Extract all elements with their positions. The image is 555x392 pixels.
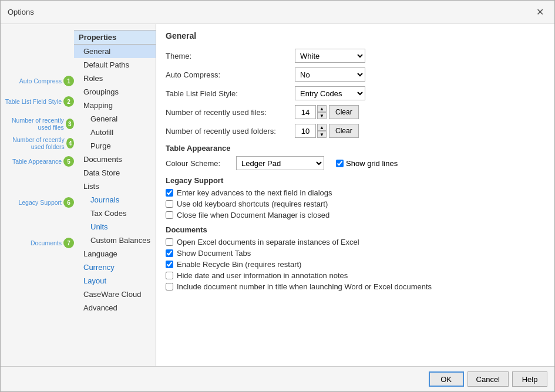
left-panel: Auto Compress 1 Table List Field Style 2… [1, 24, 156, 366]
options-dialog: Options ✕ Auto Compress 1 Table List Fie… [0, 0, 555, 392]
recently-files-spin-down[interactable]: ▼ [317, 112, 327, 119]
nav-item-mapping-general[interactable]: General [74, 112, 156, 126]
recently-files-spin-buttons: ▲ ▼ [317, 105, 327, 119]
nav-item-journals[interactable]: Journals [74, 193, 156, 207]
annotation-label-3: Number of recently used files [1, 117, 64, 131]
cancel-button[interactable]: Cancel [467, 371, 509, 387]
doc-checkbox-4[interactable] [166, 283, 173, 290]
recently-folders-input[interactable] [295, 124, 316, 138]
right-panel: General Theme: White Dark Auto Compress:… [156, 24, 554, 366]
doc-checkbox-1[interactable] [166, 249, 173, 257]
recently-folders-spin-up[interactable]: ▲ [317, 124, 327, 131]
doc-checkbox-2[interactable] [166, 261, 173, 268]
recently-folders-spin-buttons: ▲ ▼ [317, 124, 327, 138]
annotation-label-1: Auto Compress [19, 77, 62, 85]
legacy-item-1: Use old keyboard shortcuts (requires res… [166, 200, 545, 208]
nav-item-mapping[interactable]: Mapping [74, 99, 156, 112]
dialog-footer: OK Cancel Help [1, 366, 554, 391]
table-list-row: Table List Field Style: Entry Codes Name… [166, 86, 545, 100]
colour-scheme-label: Colour Scheme: [166, 159, 230, 168]
annotation-badge-2: 2 [63, 96, 74, 107]
auto-compress-control: No Yes [295, 67, 545, 82]
doc-label-1: Show Document Tabs [177, 249, 251, 258]
recently-folders-clear-button[interactable]: Clear [329, 124, 359, 138]
table-list-control: Entry Codes Names Both [295, 86, 545, 100]
dialog-body: Auto Compress 1 Table List Field Style 2… [1, 24, 554, 366]
legacy-label-1: Use old keyboard shortcuts (requires res… [177, 200, 328, 208]
nav-item-tax-codes[interactable]: Tax Codes [74, 207, 156, 220]
dialog-title: Options [8, 8, 34, 16]
nav-item-currency[interactable]: Currency [74, 261, 156, 274]
doc-checkbox-3[interactable] [166, 272, 173, 279]
doc-item-4: Include document number in title when la… [166, 282, 545, 291]
recently-folders-spinner: ▲ ▼ [295, 124, 327, 138]
nav-item-default-paths[interactable]: Default Paths [74, 58, 156, 72]
show-grid-lines-checkbox[interactable] [336, 160, 344, 167]
legacy-checkbox-0[interactable] [166, 189, 173, 197]
legacy-item-0: Enter key advances to the next field in … [166, 188, 545, 197]
show-grid-lines-text: Show grid lines [346, 159, 398, 168]
recently-files-clear-button[interactable]: Clear [329, 105, 359, 119]
doc-label-3: Hide date and user information in annota… [177, 271, 348, 280]
nav-item-lists[interactable]: Lists [74, 180, 156, 193]
nav-item-data-store[interactable]: Data Store [74, 166, 156, 180]
title-bar: Options ✕ [1, 1, 554, 24]
theme-control: White Dark [295, 49, 545, 63]
nav-item-units[interactable]: Units [74, 220, 156, 234]
show-grid-lines-label: Show grid lines [336, 159, 398, 168]
recently-files-label: Number of recently used files: [166, 108, 295, 117]
nav-item-autofill[interactable]: Autofill [74, 126, 156, 139]
nav-item-documents[interactable]: Documents [74, 153, 156, 166]
nav-item-groupings[interactable]: Groupings [74, 85, 156, 99]
close-button[interactable]: ✕ [533, 5, 547, 19]
table-list-label: Table List Field Style: [166, 89, 295, 98]
table-appearance-header: Table Appearance [166, 144, 545, 153]
recently-files-control: ▲ ▼ Clear [295, 105, 545, 119]
recently-files-input[interactable] [295, 105, 316, 119]
legacy-checkbox-1[interactable] [166, 200, 173, 208]
recently-folders-spin-down[interactable]: ▼ [317, 131, 327, 138]
recently-files-spin-up[interactable]: ▲ [317, 105, 327, 112]
nav-item-caseware-cloud[interactable]: CaseWare Cloud [74, 288, 156, 301]
annotation-label-7: Documents [31, 239, 62, 246]
auto-compress-row: Auto Compress: No Yes [166, 67, 545, 82]
doc-label-2: Enable Recycle Bin (requires restart) [177, 260, 301, 269]
legacy-support-header: Legacy Support [166, 176, 545, 185]
recently-folders-control: ▲ ▼ Clear [295, 124, 545, 138]
annotation-label-5: Table Appearance [12, 158, 62, 165]
nav-item-general[interactable]: General [74, 45, 156, 58]
doc-label-0: Open Excel documents in separate instanc… [177, 238, 359, 246]
right-panel-title: General [166, 31, 545, 40]
doc-checkbox-0[interactable] [166, 238, 173, 246]
table-list-select[interactable]: Entry Codes Names Both [295, 86, 365, 100]
recently-folders-label: Number of recently used folders: [166, 127, 295, 136]
doc-item-3: Hide date and user information in annota… [166, 271, 545, 280]
recently-folders-row: Number of recently used folders: ▲ ▼ Cle… [166, 124, 545, 138]
nav-item-custom-balances[interactable]: Custom Balances [74, 234, 156, 247]
legacy-checkbox-2[interactable] [166, 211, 173, 219]
nav-tree: Properties General Default Paths Roles G… [74, 24, 156, 366]
legacy-label-2: Close file when Document Manager is clos… [177, 211, 329, 219]
annotation-badge-1: 1 [63, 76, 74, 86]
colour-scheme-select[interactable]: Ledger Pad Classic Modern [236, 156, 324, 170]
annotation-badge-7: 7 [63, 238, 74, 248]
annotation-badge-3: 3 [66, 119, 74, 129]
nav-item-layout[interactable]: Layout [74, 274, 156, 288]
annotation-label-2: Table List Field Style [5, 98, 62, 105]
annotation-label-4: Number of recently used folders [1, 136, 65, 150]
recently-files-row: Number of recently used files: ▲ ▼ Clear [166, 105, 545, 119]
ok-button[interactable]: OK [429, 371, 464, 387]
help-button[interactable]: Help [512, 371, 547, 387]
annotation-badge-4: 4 [66, 138, 74, 148]
nav-item-language[interactable]: Language [74, 247, 156, 261]
nav-item-advanced[interactable]: Advanced [74, 301, 156, 315]
annotation-badge-5: 5 [63, 156, 74, 167]
auto-compress-select[interactable]: No Yes [295, 67, 365, 82]
doc-label-4: Include document number in title when la… [177, 282, 432, 291]
theme-select[interactable]: White Dark [295, 49, 365, 63]
nav-section-header: Properties [74, 30, 156, 45]
nav-item-roles[interactable]: Roles [74, 72, 156, 85]
annotation-badge-6: 6 [63, 197, 74, 208]
nav-item-purge[interactable]: Purge [74, 139, 156, 153]
colour-scheme-row: Colour Scheme: Ledger Pad Classic Modern… [166, 156, 545, 170]
